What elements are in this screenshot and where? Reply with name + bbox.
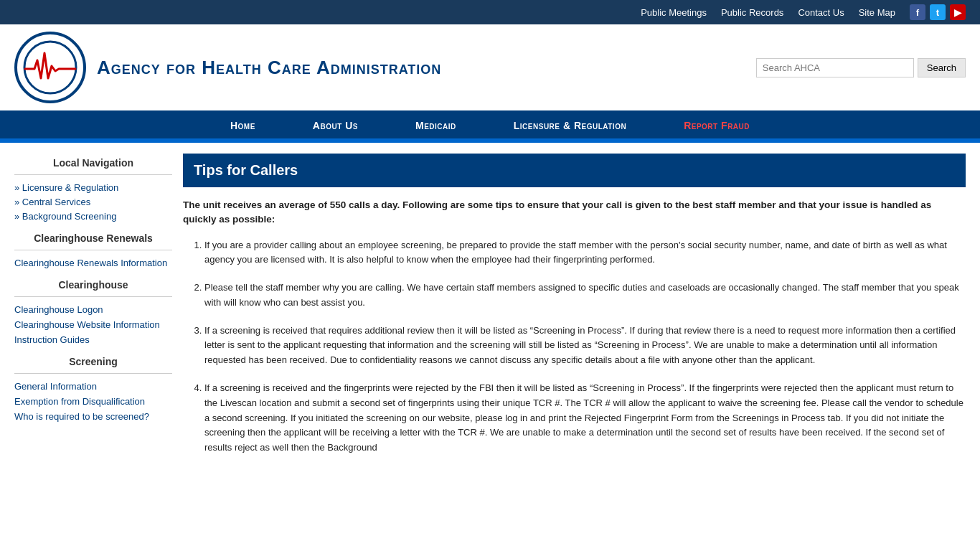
tip-4: If a screening is received and the finge… [204, 381, 966, 456]
intro-text: The unit receives an average of 550 call… [183, 198, 966, 227]
youtube-icon[interactable]: ▶ [950, 4, 966, 20]
nav-fraud[interactable]: Report Fraud [655, 113, 778, 138]
top-bar: Public Meetings Public Records Contact U… [0, 0, 980, 24]
search-input[interactable] [756, 58, 914, 77]
nav-about[interactable]: About Us [284, 113, 387, 138]
logo-circle [14, 32, 86, 103]
clearinghouse-links: Clearinghouse Logon Clearinghouse Websit… [14, 304, 172, 345]
logo-svg [22, 39, 79, 96]
main-content: Tips for Callers The unit receives an av… [183, 150, 966, 551]
local-nav-title: Local Navigation [14, 157, 172, 169]
social-icons: f t ▶ [910, 4, 966, 20]
public-meetings-link[interactable]: Public Meetings [641, 7, 707, 18]
nav-medicaid[interactable]: Medicaid [387, 113, 485, 138]
screening-title: Screening [14, 356, 172, 367]
site-map-link[interactable]: Site Map [859, 7, 895, 18]
public-records-link[interactable]: Public Records [721, 7, 783, 18]
exemption-link[interactable]: Exemption from Disqualification [14, 396, 145, 407]
search-button[interactable]: Search [918, 58, 966, 77]
tip-3: If a screening is received that requires… [204, 324, 966, 368]
twitter-icon[interactable]: t [930, 4, 946, 20]
page-title: Tips for Callers [183, 154, 966, 187]
search-area: Search [756, 58, 966, 77]
site-title: Agency for Health Care Administration [97, 57, 441, 79]
main-nav: Home About Us Medicaid Licensure & Regul… [0, 113, 980, 138]
clearinghouse-website-link[interactable]: Clearinghouse Website Information [14, 319, 160, 330]
instruction-guides-link[interactable]: Instruction Guides [14, 334, 90, 345]
contact-us-link[interactable]: Contact Us [798, 7, 844, 18]
sidebar-central-link[interactable]: Central Services [14, 197, 90, 207]
tips-list: If you are a provider calling about an e… [190, 238, 966, 456]
logo-area: Agency for Health Care Administration [14, 32, 441, 103]
local-nav-links: Licensure & Regulation Central Services … [14, 182, 172, 222]
header: Agency for Health Care Administration Se… [0, 24, 980, 113]
sidebar-background-link[interactable]: Background Screening [14, 211, 116, 222]
general-info-link[interactable]: General Information [14, 381, 97, 392]
sidebar-licensure-link[interactable]: Licensure & Regulation [14, 182, 118, 193]
tip-1: If you are a provider calling about an e… [204, 238, 966, 268]
content-wrapper: Local Navigation Licensure & Regulation … [0, 143, 980, 551]
sidebar: Local Navigation Licensure & Regulation … [14, 150, 172, 551]
clearinghouse-title: Clearinghouse [14, 279, 172, 291]
who-screened-link[interactable]: Who is required to be screened? [14, 411, 149, 422]
nav-licensure[interactable]: Licensure & Regulation [485, 113, 655, 138]
clearinghouse-logon-link[interactable]: Clearinghouse Logon [14, 304, 103, 315]
screening-links: General Information Exemption from Disqu… [14, 381, 172, 422]
facebook-icon[interactable]: f [910, 4, 925, 20]
clearinghouse-renewals-info-link[interactable]: Clearinghouse Renewals Information [14, 258, 167, 268]
clearinghouse-renewals-links: Clearinghouse Renewals Information [14, 258, 172, 268]
tip-2: Please tell the staff member why you are… [204, 281, 966, 311]
clearinghouse-renewals-title: Clearinghouse Renewals [14, 232, 172, 244]
nav-home[interactable]: Home [202, 113, 284, 138]
